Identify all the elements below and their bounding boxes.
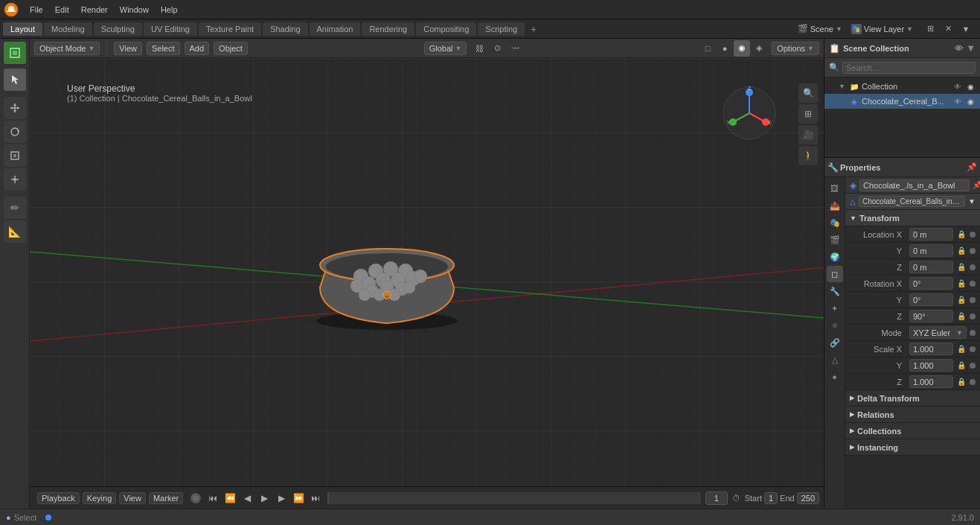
outliner-collection-row[interactable]: ▼ 📁 Collection 👁 ◉: [824, 79, 980, 94]
scale-tool[interactable]: [4, 144, 26, 167]
timeline-view-menu[interactable]: View: [119, 492, 146, 504]
object-render-icon[interactable]: ◉: [965, 96, 976, 106]
rotation-mode-dropdown[interactable]: XYZ Euler ▼: [909, 326, 967, 339]
tab-uv-editing[interactable]: UV Editing: [144, 22, 197, 36]
scale-x-input[interactable]: 1.000: [909, 343, 953, 355]
mode-icon[interactable]: [4, 42, 26, 64]
output-props-icon[interactable]: 📤: [827, 197, 843, 214]
fps-display[interactable]: ⏱: [732, 494, 740, 503]
data-props-icon[interactable]: △: [827, 351, 843, 368]
playback-menu[interactable]: Playback: [37, 492, 80, 504]
menu-window[interactable]: Window: [114, 4, 155, 16]
scene-props-icon[interactable]: 🎬: [827, 232, 843, 248]
toggle-quad-icon[interactable]: ⊞: [798, 104, 818, 124]
rotation-x-input[interactable]: 0°: [909, 277, 953, 290]
extra-icon[interactable]: 〰: [507, 40, 523, 57]
jump-start-button[interactable]: ⏮: [205, 491, 220, 506]
instancing-section[interactable]: ▶ Instancing: [845, 439, 980, 456]
view-layer-dropdown[interactable]: 🎭 View Layer ▼: [851, 24, 913, 34]
rot-lock-z-icon[interactable]: 🔒: [956, 311, 967, 322]
rot-lock-y-icon[interactable]: 🔒: [956, 295, 967, 305]
tab-texture-paint[interactable]: Texture Paint: [199, 22, 261, 36]
camera-icon[interactable]: 🎥: [798, 125, 818, 144]
collections-section[interactable]: ▶ Collections: [845, 423, 980, 439]
scale-y-input[interactable]: 1.000: [909, 359, 953, 372]
keyframe-x-dot[interactable]: [970, 232, 976, 238]
marker-menu[interactable]: Marker: [149, 492, 183, 504]
next-keyframe-button[interactable]: ⏩: [291, 491, 306, 506]
status-indicator[interactable]: [45, 515, 51, 521]
rot-lock-x-icon[interactable]: 🔒: [956, 279, 967, 289]
menu-help[interactable]: Help: [155, 4, 184, 16]
jump-end-button[interactable]: ⏭: [308, 491, 323, 506]
object-visibility-icon[interactable]: 👁: [952, 96, 963, 106]
fullscreen-icon[interactable]: ⊞: [922, 21, 938, 37]
constraints-props-icon[interactable]: 🔗: [827, 334, 843, 351]
render-props-icon[interactable]: 🖼: [827, 180, 843, 197]
select-menu[interactable]: Select: [147, 42, 180, 55]
particles-props-icon[interactable]: ✦: [827, 300, 843, 316]
modifier-props-icon[interactable]: 🔧: [827, 283, 843, 299]
tab-modeling[interactable]: Modeling: [44, 22, 92, 36]
scale-keyframe-x-dot[interactable]: [970, 346, 976, 352]
proportional-icon[interactable]: ⊙: [489, 40, 505, 57]
tab-rendering[interactable]: Rendering: [362, 22, 414, 36]
scale-lock-x-icon[interactable]: 🔒: [956, 344, 967, 354]
filter-icon[interactable]: ▼: [958, 21, 974, 37]
keyframe-y-dot[interactable]: [970, 248, 976, 254]
rotation-y-input[interactable]: 0°: [909, 293, 953, 306]
tab-compositing[interactable]: Compositing: [416, 22, 476, 36]
rotation-z-input[interactable]: 90°: [909, 310, 953, 322]
outliner-object-row[interactable]: ◈ Chocolate_Cereal_B... 👁 ◉: [824, 94, 980, 109]
object-name-input[interactable]: [859, 179, 970, 191]
measure-tool[interactable]: 📐: [4, 220, 26, 243]
start-frame-input[interactable]: 1: [764, 492, 778, 504]
transform-dropdown[interactable]: Global ▼: [424, 42, 467, 55]
tab-animation[interactable]: Animation: [310, 22, 361, 36]
snap-icon[interactable]: ⛓: [471, 40, 487, 57]
step-back-button[interactable]: ◀: [240, 491, 254, 506]
annotate-tool[interactable]: ✏: [4, 197, 26, 219]
scale-z-input[interactable]: 1.000: [909, 375, 953, 388]
object-props-icon[interactable]: ◻: [827, 266, 843, 282]
tab-sculpting[interactable]: Sculpting: [94, 22, 142, 36]
scene-dropdown[interactable]: 🎬 Scene ▼: [798, 24, 842, 34]
blender-logo[interactable]: [3, 1, 19, 18]
physics-props-icon[interactable]: ⚛: [827, 317, 843, 334]
tab-layout[interactable]: Layout: [3, 22, 42, 36]
add-menu[interactable]: Add: [185, 42, 210, 55]
step-forward-button[interactable]: ▶: [274, 491, 289, 506]
rotate-tool[interactable]: [4, 121, 26, 143]
play-button[interactable]: ▶: [257, 491, 272, 506]
menu-render[interactable]: Render: [75, 4, 114, 16]
world-props-icon[interactable]: 🌍: [827, 249, 843, 265]
close-editor-icon[interactable]: ✕: [940, 21, 956, 37]
scale-lock-z-icon[interactable]: 🔒: [956, 377, 967, 387]
tab-shading[interactable]: Shading: [263, 22, 307, 36]
3d-bowl-object[interactable]: [283, 206, 491, 340]
rendered-icon[interactable]: ◈: [751, 40, 767, 57]
view-menu[interactable]: View: [114, 42, 142, 55]
zoom-to-fit-icon[interactable]: 🔍: [798, 83, 818, 103]
material-props-icon[interactable]: ●: [827, 369, 843, 385]
menu-edit[interactable]: Edit: [49, 4, 75, 16]
keyframe-z-dot[interactable]: [970, 264, 976, 270]
mode-dropdown[interactable]: Object Mode ▼: [34, 42, 100, 55]
prev-keyframe-button[interactable]: ⏪: [222, 491, 237, 506]
navigation-gizmo[interactable]: Z X Y: [720, 83, 779, 143]
scale-lock-y-icon[interactable]: 🔒: [956, 360, 967, 371]
pin-icon[interactable]: 📌: [967, 162, 977, 172]
mode-dot[interactable]: [970, 330, 976, 336]
scale-keyframe-y-dot[interactable]: [970, 363, 976, 369]
location-z-input[interactable]: 0 m: [909, 261, 953, 273]
outliner-search-input[interactable]: [842, 62, 976, 74]
rot-keyframe-z-dot[interactable]: [970, 314, 976, 319]
hide-all-icon[interactable]: 👁: [955, 44, 963, 53]
scale-keyframe-z-dot[interactable]: [970, 379, 976, 385]
material-icon[interactable]: ◉: [734, 40, 750, 57]
rot-keyframe-y-dot[interactable]: [970, 297, 976, 303]
outliner-filter-icon[interactable]: ▼: [966, 42, 976, 54]
data-dropdown-icon[interactable]: ▼: [968, 197, 976, 206]
viewport-3d[interactable]: User Perspective (1) Collection | Chocol…: [30, 58, 824, 486]
object-menu[interactable]: Object: [214, 42, 248, 55]
